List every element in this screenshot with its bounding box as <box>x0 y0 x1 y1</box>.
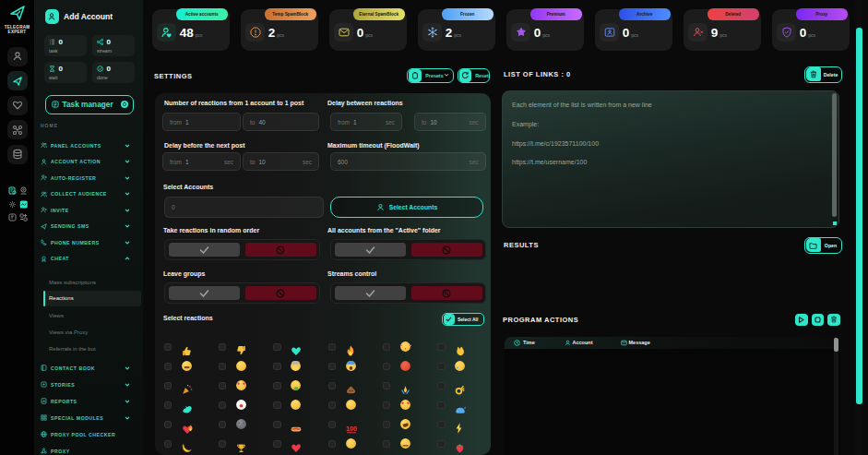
svg-text:100: 100 <box>346 425 357 433</box>
